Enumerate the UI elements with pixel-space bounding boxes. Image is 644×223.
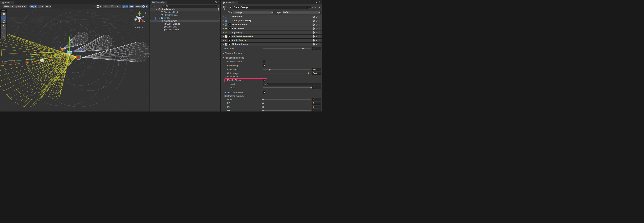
svg-text:?: ? [313,35,314,37]
svg-text:x: x [144,20,146,22]
svg-text:y: y [139,10,140,13]
svg-text:?: ? [313,27,314,29]
svg-text:?: ? [313,19,314,21]
svg-text:?: ? [313,39,314,41]
svg-text:C#: C# [225,44,227,45]
svg-text:?: ? [313,31,314,33]
svg-text:?: ? [313,43,314,45]
svg-text:?: ? [313,16,314,17]
svg-text:?: ? [313,23,314,25]
svg-text:z: z [143,15,144,18]
svg-text:Persp: Persp [137,26,143,29]
svg-text:#: # [225,36,226,37]
svg-text:Y: Y [33,6,34,8]
